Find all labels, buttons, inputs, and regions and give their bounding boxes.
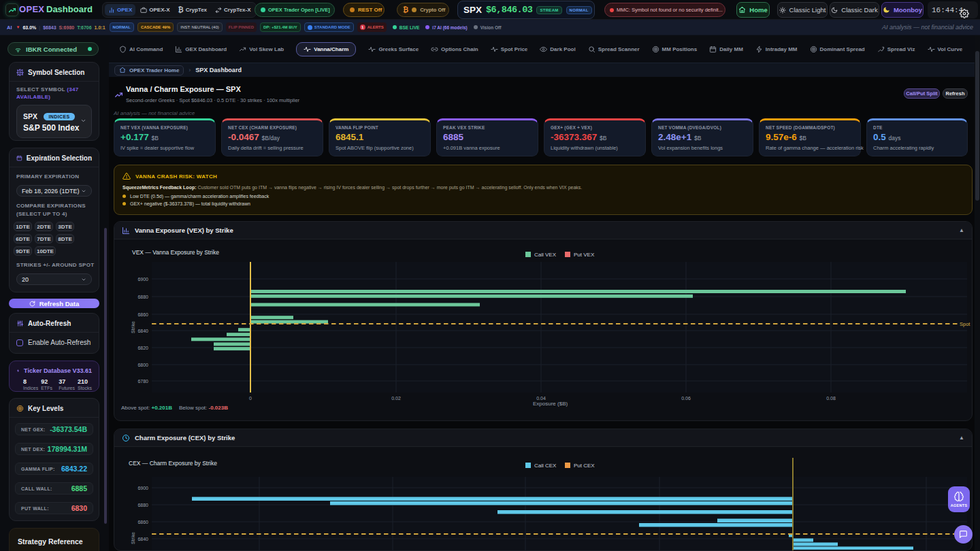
svg-text:6840: 6840 xyxy=(137,329,148,333)
svg-text:6880: 6880 xyxy=(137,503,148,507)
svg-text:6860: 6860 xyxy=(137,312,148,317)
svg-text:0.08: 0.08 xyxy=(826,396,836,401)
svg-text:CEX — Charm Exposure by Strike: CEX — Charm Exposure by Strike xyxy=(129,460,217,467)
svg-text:6900: 6900 xyxy=(137,486,148,490)
svg-text:VEX — Vanna Exposure by Strike: VEX — Vanna Exposure by Strike xyxy=(132,249,219,256)
svg-text:6860: 6860 xyxy=(137,520,148,524)
svg-text:6800: 6800 xyxy=(137,363,148,367)
svg-text:Put VEX: Put VEX xyxy=(574,252,595,258)
svg-text:Strike: Strike xyxy=(131,532,135,544)
svg-text:6840: 6840 xyxy=(137,537,148,541)
svg-text:Call CEX: Call CEX xyxy=(534,463,557,469)
svg-text:0.06: 0.06 xyxy=(681,396,691,401)
svg-text:0.04: 0.04 xyxy=(536,396,546,401)
svg-text:Spot: Spot xyxy=(960,321,970,327)
svg-text:6780: 6780 xyxy=(137,379,148,384)
svg-text:6900: 6900 xyxy=(137,277,148,282)
svg-text:6880: 6880 xyxy=(137,295,148,299)
svg-text:6820: 6820 xyxy=(137,346,148,350)
svg-text:Call VEX: Call VEX xyxy=(534,252,557,258)
svg-text:Strike: Strike xyxy=(131,321,135,333)
svg-text:0: 0 xyxy=(249,396,252,401)
svg-text:0.02: 0.02 xyxy=(391,396,401,401)
svg-text:Put CEX: Put CEX xyxy=(574,463,595,469)
